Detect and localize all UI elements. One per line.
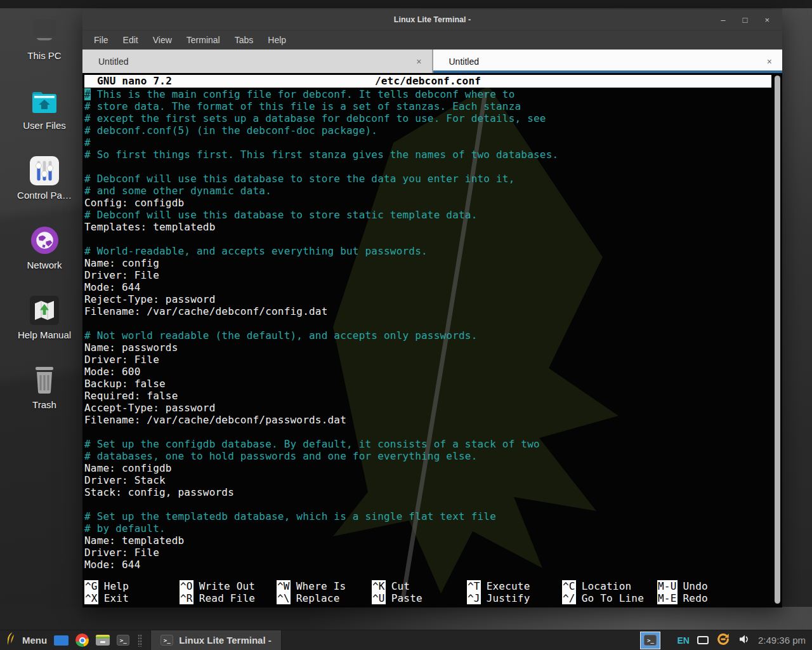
computer-icon (28, 13, 61, 46)
editor-line: # store data. The format of this file is… (84, 100, 771, 112)
menu-terminal[interactable]: Terminal (187, 35, 220, 45)
desktop-icon-label: Trash (32, 399, 56, 410)
nano-shortcut[interactable]: ^WWhere Is (277, 580, 372, 592)
tab-untitled-2[interactable]: Untitled × (433, 50, 783, 73)
shortcut-key: ^K (372, 580, 386, 592)
systray-terminal-icon[interactable]: >_ (640, 632, 660, 649)
nano-shortcut[interactable]: ^\Replace (277, 592, 372, 604)
linux-lite-logo-icon[interactable] (6, 632, 15, 648)
nano-shortcut[interactable]: ^UPaste (372, 592, 467, 604)
nano-shortcut[interactable]: ^/Go To Line (562, 592, 657, 604)
nano-shortcut[interactable]: ^GHelp (84, 580, 180, 592)
shortcut-key: M-E (657, 592, 678, 604)
shortcut-label: Write Out (199, 580, 256, 592)
workspace-pager-icon[interactable] (54, 635, 69, 646)
shortcut-label: Cut (391, 580, 410, 592)
menu-file[interactable]: File (94, 35, 108, 45)
desktop-icon-trash[interactable]: Trash (5, 362, 84, 428)
editor-line: # and some other dynamic data. (84, 185, 771, 197)
editor-line (84, 317, 771, 329)
editor-line: Mode: 644 (84, 559, 771, 571)
editor-line: Reject-Type: password (84, 293, 771, 305)
nano-shortcut[interactable]: ^TExecute (467, 580, 562, 592)
editor-line (84, 426, 771, 438)
clock: 2:49:36 pm (758, 635, 806, 646)
menu-bar: File Edit View Terminal Tabs Help (82, 30, 782, 50)
nano-shortcut[interactable]: ^CLocation (562, 580, 657, 592)
desktop-icon-network[interactable]: Network (5, 222, 84, 288)
editor-line: Backup: false (84, 378, 771, 390)
tab-close-icon[interactable]: × (416, 56, 421, 67)
speaker-icon[interactable] (738, 633, 750, 648)
start-menu-button[interactable]: Menu (22, 635, 47, 646)
editor-line: Stack: config, passwords (84, 486, 771, 498)
nano-shortcut[interactable]: M-UUndo (657, 580, 771, 592)
menu-help[interactable]: Help (268, 35, 286, 45)
menu-view[interactable]: View (153, 35, 172, 45)
shortcut-key: ^U (372, 592, 386, 604)
nano-shortcut[interactable]: ^KCut (372, 580, 467, 592)
editor-line: Required: false (84, 390, 771, 402)
nano-shortcut[interactable]: M-ERedo (657, 592, 771, 604)
tab-untitled-1[interactable]: Untitled × (82, 50, 432, 73)
desktop-icon-label: Help Manual (18, 329, 71, 340)
nano-shortcut[interactable]: ^XExit (84, 592, 180, 604)
shortcut-label: Undo (683, 580, 708, 592)
nano-file-path: /etc/debconf.conf (84, 75, 771, 87)
menu-edit[interactable]: Edit (123, 35, 138, 45)
nano-shortcut[interactable]: ^RRead File (180, 592, 277, 604)
editor-line: # debconf.conf(5) (in the debconf-doc pa… (84, 124, 771, 136)
chrome-icon[interactable] (75, 633, 89, 647)
language-indicator[interactable]: EN (677, 635, 689, 646)
archive-icon[interactable] (96, 635, 110, 646)
shortcut-label: Go To Line (582, 592, 644, 604)
nano-shortcut[interactable]: ^OWrite Out (180, 580, 277, 592)
tab-close-icon[interactable]: × (767, 56, 772, 67)
sliders-icon (30, 152, 59, 185)
nano-editor[interactable]: GNU nano 7.2 /etc/debconf.conf # This is… (82, 73, 782, 607)
nano-shortcuts: ^GHelp^OWrite Out^WWhere Is^KCut^TExecut… (84, 580, 771, 604)
display-icon[interactable] (697, 636, 709, 644)
desktop-icon-help-manual[interactable]: Help Manual (5, 292, 84, 358)
editor-line: Filename: /var/cache/debconf/passwords.d… (84, 414, 771, 426)
editor-line: # So first things first. This first stan… (84, 149, 771, 161)
editor-line: Driver: File (84, 547, 771, 559)
editor-line: # except the first sets up a database fo… (84, 112, 771, 124)
desktop-icon-control-panel[interactable]: Control Pa… (5, 152, 84, 218)
menu-tabs[interactable]: Tabs (235, 35, 254, 45)
shortcut-key: ^W (277, 580, 291, 592)
tab-bar: Untitled × Untitled × (82, 50, 782, 73)
wallpaper-facet (782, 8, 812, 630)
maximize-button[interactable]: □ (743, 16, 748, 24)
shortcut-key: M-U (657, 580, 678, 592)
taskbar-window-button[interactable]: >_ Linux Lite Terminal - (150, 630, 282, 650)
archive-stripes (96, 635, 110, 639)
shortcut-label: Exit (104, 592, 129, 604)
nano-shortcut[interactable]: ^JJustify (467, 592, 562, 604)
terminal-scrollbar[interactable] (775, 76, 780, 604)
editor-line (84, 498, 771, 510)
window-list-handle[interactable] (138, 634, 142, 647)
desktop-icon-user-files[interactable]: User Files (5, 83, 84, 149)
shortcut-label: Redo (683, 592, 708, 604)
window-titlebar[interactable]: Linux Lite Terminal - – □ × (82, 10, 782, 30)
shortcut-row-2: ^XExit^RRead File^\Replace^UPaste^JJusti… (84, 592, 771, 604)
shortcut-key: ^O (180, 580, 193, 592)
updates-icon[interactable] (716, 632, 730, 649)
wallpaper-facet (0, 0, 812, 8)
window-title: Linux Lite Terminal - (82, 15, 782, 24)
shortcut-key: ^C (562, 580, 576, 592)
window-controls: – □ × (721, 16, 782, 24)
editor-line: # Set up the configdb database. By defau… (84, 438, 771, 450)
editor-line: # (84, 136, 771, 149)
terminal-icon: >_ (644, 635, 657, 646)
terminal-window: Linux Lite Terminal - – □ × File Edit Vi… (82, 10, 782, 607)
shortcut-key: ^T (467, 580, 481, 592)
minimize-button[interactable]: – (721, 16, 725, 24)
editor-line: # Set up the templatedb database, which … (84, 510, 771, 522)
desktop-icon-this-pc[interactable]: This PC (5, 13, 84, 79)
close-button[interactable]: × (764, 16, 769, 24)
editor-line: # This is the main config file for debco… (84, 88, 771, 100)
terminal-launcher-icon[interactable]: >_ (117, 635, 129, 646)
editor-line: Accept-Type: password (84, 402, 771, 414)
